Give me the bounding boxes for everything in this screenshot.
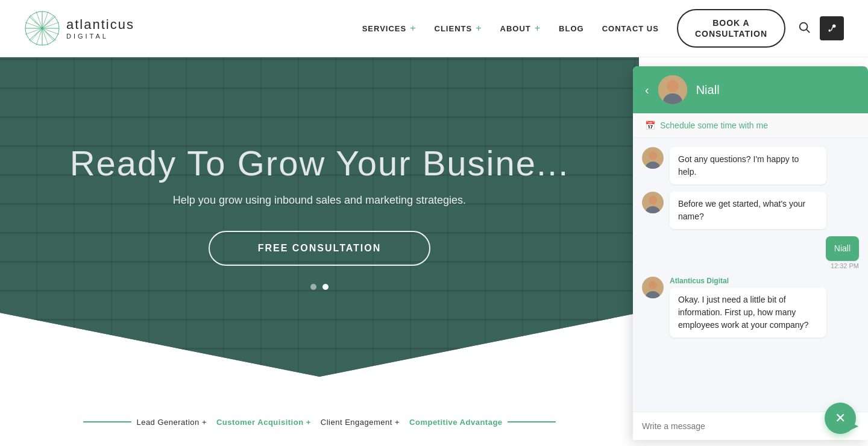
- message-bubble-4: Okay. I just need a little bit of inform…: [670, 287, 826, 338]
- calendar-icon: 📅: [645, 121, 655, 130]
- svg-point-18: [667, 80, 679, 92]
- svg-point-21: [649, 151, 657, 160]
- hubspot-button[interactable]: [820, 16, 844, 40]
- message-bubble-2: Before we get started, what's your name?: [670, 192, 826, 229]
- message-time-3: 12:32 PM: [831, 262, 859, 269]
- logo-text: atlanticus DIGITAL: [66, 17, 134, 40]
- user-message-wrap: Niall 12:32 PM: [826, 236, 859, 269]
- nav-item-contact[interactable]: CONTACT US: [602, 24, 659, 33]
- free-consultation-button[interactable]: FREE CONSULTATION: [209, 231, 431, 266]
- nav-label-about: ABOUT: [500, 24, 531, 33]
- schedule-text: Schedule some time with me: [660, 121, 768, 130]
- chat-close-button[interactable]: ✕: [825, 403, 856, 434]
- chat-back-button[interactable]: ‹: [645, 83, 649, 97]
- message-bubble-3: Niall: [826, 236, 859, 261]
- nav-plus-about: +: [535, 23, 541, 34]
- logo-sub: DIGITAL: [66, 33, 134, 40]
- message-bubble-1: Got any questions? I'm happy to help.: [670, 147, 826, 184]
- chat-message-3: Niall 12:32 PM: [642, 236, 859, 269]
- nav-links: SERVICES + CLIENTS + ABOUT + BLOG CONTAC…: [362, 23, 659, 34]
- hero-subtitle: Help you grow using inbound sales and ma…: [70, 194, 570, 207]
- chat-agent-name: Niall: [696, 83, 720, 97]
- search-button[interactable]: [797, 20, 811, 36]
- hero-content: Ready To Grow Your Busine... Help you gr…: [22, 144, 618, 291]
- svg-line-15: [831, 27, 832, 31]
- svg-line-12: [807, 30, 810, 33]
- chat-message-1: Got any questions? I'm happy to help.: [642, 147, 859, 184]
- chat-message-2: Before we get started, what's your name?: [642, 192, 859, 229]
- nav-item-blog[interactable]: BLOG: [559, 24, 584, 33]
- navbar: atlanticus DIGITAL SERVICES + CLIENTS + …: [0, 0, 868, 57]
- logo-icon: [24, 10, 60, 46]
- nav-label-blog: BLOG: [559, 24, 584, 33]
- hero-dot-1[interactable]: [310, 284, 316, 290]
- hero-dots: [70, 284, 570, 290]
- svg-point-24: [649, 196, 657, 204]
- nav-plus-clients: +: [476, 23, 482, 34]
- chat-input[interactable]: [642, 421, 825, 431]
- hero-section: Ready To Grow Your Busine... Help you gr…: [0, 57, 639, 377]
- welcome-title-area: [0, 398, 639, 446]
- nav-label-services: SERVICES: [362, 24, 407, 33]
- chat-header: ‹ Niall: [633, 66, 868, 113]
- nav-label-contact: CONTACT US: [602, 24, 659, 33]
- agent-avatar-1: [642, 147, 664, 169]
- chat-widget: ‹ Niall 📅 Schedule some time with me: [633, 66, 868, 440]
- hero-dot-2[interactable]: [322, 284, 329, 290]
- chat-message-4: Atlanticus Digital Okay. I just need a l…: [642, 277, 859, 338]
- svg-point-27: [649, 281, 657, 289]
- chat-schedule-link[interactable]: 📅 Schedule some time with me: [633, 113, 868, 138]
- svg-point-11: [800, 23, 808, 31]
- logo-name: atlanticus: [66, 17, 134, 33]
- chat-avatar: [658, 75, 687, 104]
- close-icon: ✕: [835, 410, 846, 426]
- hero-title: Ready To Grow Your Busine...: [70, 144, 570, 183]
- nav-plus-services: +: [410, 23, 416, 34]
- search-icon: [797, 20, 811, 34]
- book-consultation-button[interactable]: BOOK A CONSULTATION: [677, 9, 785, 48]
- logo[interactable]: atlanticus DIGITAL: [24, 10, 134, 46]
- nav-label-clients: CLIENTS: [435, 24, 473, 33]
- agent-avatar-4: [642, 277, 664, 298]
- svg-point-14: [829, 30, 831, 32]
- chat-messages: Got any questions? I'm happy to help. Be…: [633, 138, 868, 412]
- agent-label-4: Atlanticus Digital: [670, 277, 826, 285]
- nav-item-clients[interactable]: CLIENTS +: [435, 23, 482, 34]
- agent-avatar-2: [642, 192, 664, 213]
- chat-avatar-image: [658, 75, 687, 104]
- agent-message-4-wrap: Atlanticus Digital Okay. I just need a l…: [670, 277, 826, 338]
- svg-point-16: [833, 25, 835, 27]
- nav-item-services[interactable]: SERVICES +: [362, 23, 417, 34]
- nav-item-about[interactable]: ABOUT +: [500, 23, 541, 34]
- hubspot-icon: [825, 22, 838, 35]
